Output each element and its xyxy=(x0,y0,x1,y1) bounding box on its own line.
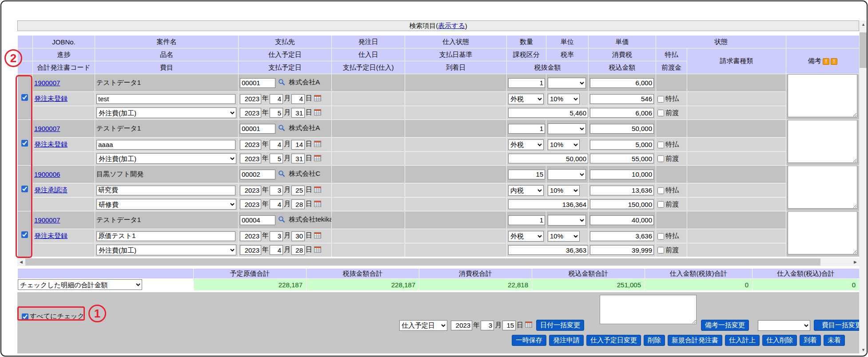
stock-year-input[interactable] xyxy=(240,94,261,104)
advance-label[interactable]: 前渡 xyxy=(657,246,679,254)
date-bulk-change-button[interactable]: 日付一括変更 xyxy=(536,320,584,331)
jobno-link[interactable]: 1900007 xyxy=(34,79,60,87)
remarks-textarea[interactable] xyxy=(788,74,857,117)
stock-day-input[interactable] xyxy=(291,186,305,195)
bulk-year-input[interactable] xyxy=(451,321,472,330)
payee-code-input[interactable] xyxy=(240,170,275,179)
tax-input[interactable] xyxy=(590,231,654,241)
calendar-icon[interactable] xyxy=(314,200,322,209)
stock-month-input[interactable] xyxy=(270,186,283,195)
vertical-scrollbar[interactable]: ▲ ▼ xyxy=(859,20,868,353)
bulk-day-input[interactable] xyxy=(502,321,516,330)
tax-input[interactable] xyxy=(590,186,654,195)
calendar-icon[interactable] xyxy=(314,155,322,163)
scroll-left-button[interactable]: ◀ xyxy=(17,258,25,266)
himoku-bulk-select[interactable] xyxy=(758,320,810,331)
special-pay-label[interactable]: 特払 xyxy=(657,186,679,194)
jobno-link[interactable]: 1900007 xyxy=(34,216,60,224)
stock-month-input[interactable] xyxy=(270,140,283,150)
tax-incl-input[interactable] xyxy=(590,154,654,163)
pay-month-input[interactable] xyxy=(270,108,283,118)
advance-label[interactable]: 前渡 xyxy=(657,155,679,162)
bulk-month-input[interactable] xyxy=(481,321,494,330)
warning-icon[interactable]: ! xyxy=(831,58,837,65)
pay-day-input[interactable] xyxy=(291,245,305,255)
temp-save-button[interactable]: 一時保存 xyxy=(512,335,546,346)
unit-select[interactable] xyxy=(548,169,586,180)
special-pay-label[interactable]: 特払 xyxy=(657,232,679,239)
remarks-textarea[interactable] xyxy=(788,211,857,254)
stock-year-input[interactable] xyxy=(240,231,261,241)
bulk-remarks-textarea[interactable] xyxy=(600,295,697,324)
item-name-input[interactable] xyxy=(96,140,235,150)
advance-label[interactable]: 前渡 xyxy=(657,200,679,208)
pay-month-input[interactable] xyxy=(270,154,283,163)
special-pay-checkbox[interactable] xyxy=(657,142,664,148)
pay-day-input[interactable] xyxy=(291,154,305,163)
progress-link[interactable]: 発注未登録 xyxy=(34,95,68,102)
qty-input[interactable] xyxy=(508,170,545,179)
expense-item-select[interactable]: 外注費(加工) xyxy=(96,153,236,164)
item-name-input[interactable] xyxy=(96,186,235,195)
tax-incl-input[interactable] xyxy=(590,199,654,209)
advance-checkbox[interactable] xyxy=(657,201,664,208)
tax-excl-input[interactable] xyxy=(508,154,588,163)
tax-division-select[interactable]: 外税 xyxy=(508,94,544,104)
unit-select[interactable] xyxy=(548,215,586,226)
search-icon[interactable] xyxy=(278,124,285,133)
order-apply-button[interactable]: 発注申請 xyxy=(549,335,584,346)
advance-checkbox[interactable] xyxy=(657,155,664,162)
calendar-icon[interactable] xyxy=(525,321,533,329)
calendar-icon[interactable] xyxy=(314,109,322,117)
advance-checkbox[interactable] xyxy=(657,247,664,254)
tax-incl-input[interactable] xyxy=(590,245,654,255)
date-target-select[interactable]: 仕入予定日 xyxy=(399,320,447,331)
warning-icon[interactable]: ! xyxy=(823,58,829,65)
calendar-icon[interactable] xyxy=(314,140,322,149)
pay-month-input[interactable] xyxy=(270,199,283,209)
expense-item-select[interactable]: 外注費(加工) xyxy=(96,107,236,118)
row-checkbox[interactable] xyxy=(21,140,28,147)
stock-month-input[interactable] xyxy=(270,231,283,241)
tax-rate-select[interactable]: 10% xyxy=(548,231,580,242)
show-search-link[interactable]: 表示する xyxy=(438,22,465,30)
tax-rate-select[interactable]: 10% xyxy=(548,94,580,104)
unit-select[interactable] xyxy=(548,123,586,134)
row-checkbox[interactable] xyxy=(21,231,28,238)
pay-year-input[interactable] xyxy=(240,245,261,255)
stock-record-button[interactable]: 仕入計上 xyxy=(725,335,760,346)
special-pay-checkbox[interactable] xyxy=(657,96,664,103)
progress-link[interactable]: 発注未登録 xyxy=(34,140,68,148)
item-name-input[interactable] xyxy=(96,231,235,241)
advance-checkbox[interactable] xyxy=(657,110,664,116)
unit-price-input[interactable] xyxy=(590,215,654,225)
remarks-bulk-change-button[interactable]: 備考一括変更 xyxy=(701,320,749,331)
item-name-input[interactable] xyxy=(96,94,235,104)
tax-excl-input[interactable] xyxy=(508,108,588,118)
tax-input[interactable] xyxy=(590,140,654,150)
stock-month-input[interactable] xyxy=(270,94,283,104)
advance-label[interactable]: 前渡 xyxy=(657,109,679,116)
payee-code-input[interactable] xyxy=(240,215,275,225)
tax-rate-select[interactable]: 10% xyxy=(548,185,580,196)
delete-button[interactable]: 削除 xyxy=(644,335,665,346)
row-checkbox[interactable] xyxy=(21,186,28,192)
search-icon[interactable] xyxy=(278,170,285,178)
payee-code-input[interactable] xyxy=(240,124,275,134)
unit-price-input[interactable] xyxy=(590,124,654,134)
horizontal-scrollbar[interactable]: ◀ ▶ xyxy=(17,258,859,266)
stock-year-input[interactable] xyxy=(240,186,261,195)
progress-link[interactable]: 発注承認済 xyxy=(34,186,68,194)
calendar-icon[interactable] xyxy=(314,232,322,240)
vscroll-thumb[interactable] xyxy=(860,32,867,68)
calendar-icon[interactable] xyxy=(314,95,322,103)
summary-mode-select[interactable]: チェックした明細の合計金額 xyxy=(18,279,142,290)
remarks-textarea[interactable] xyxy=(788,120,857,163)
scroll-up-button[interactable]: ▲ xyxy=(859,20,868,28)
search-icon[interactable] xyxy=(278,216,285,224)
pay-day-input[interactable] xyxy=(291,199,305,209)
new-po-button[interactable]: 新規合計発注書 xyxy=(668,335,722,346)
special-pay-label[interactable]: 特払 xyxy=(657,95,679,102)
tax-incl-input[interactable] xyxy=(590,108,654,118)
himoku-bulk-change-button[interactable]: 費目一括変更 xyxy=(814,320,859,331)
